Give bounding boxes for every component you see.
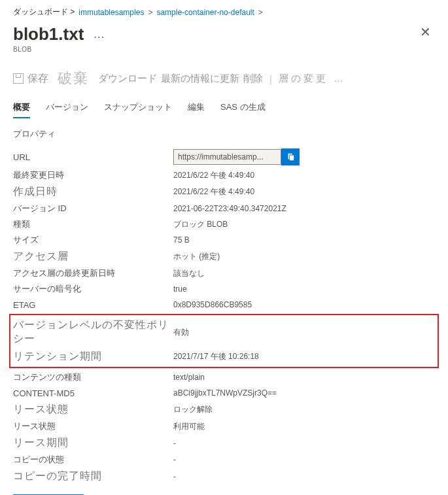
tab-snapshots[interactable]: スナップショット	[104, 97, 172, 118]
prop-md5-label: CONTENT-MD5	[13, 388, 173, 398]
copy-icon	[286, 152, 295, 162]
prop-last-modified-label: 最終変更日時	[13, 169, 173, 181]
tab-versions[interactable]: バージョン	[46, 97, 88, 118]
prop-lease-duration-label: リース期間	[13, 436, 173, 450]
prop-size-label: サイズ	[13, 234, 173, 246]
prop-lease-status-value: ロック解除	[173, 404, 213, 415]
prop-server-encrypted-value: true	[173, 284, 187, 294]
tab-edit[interactable]: 編集	[188, 97, 205, 118]
delete-button[interactable]: 削除	[243, 73, 263, 85]
prop-url: URL	[13, 146, 435, 167]
breadcrumb-sep-2: >	[258, 8, 263, 17]
prop-last-modified-value: 2021/6/22 午後 4:49:40	[173, 170, 254, 181]
prop-created-label: 作成日時	[13, 185, 173, 199]
change-tier-button[interactable]: 層の変更 …	[279, 73, 346, 85]
tab-generate-sas[interactable]: SAS の生成	[220, 97, 266, 118]
prop-access-tier-updated-value: 該当なし	[173, 268, 205, 279]
prop-lease-state-label: リース状態	[13, 420, 173, 432]
prop-retention-value: 2021/7/17 午後 10:26:18	[173, 351, 259, 362]
prop-lease-state-value: 利用可能	[173, 421, 205, 432]
tab-overview[interactable]: 概要	[13, 97, 30, 118]
prop-copy-status-label: コピーの状態	[13, 454, 173, 466]
properties-list: URL 最終変更日時2021/6/22 午後 4:49:40 作成日時2021/…	[13, 146, 435, 485]
prop-created-value: 2021/6/22 午後 4:49:40	[173, 186, 254, 197]
prop-copy-status-value: -	[173, 455, 176, 464]
breadcrumb-sep-1: >	[148, 8, 152, 17]
prop-type-label: 種類	[13, 218, 173, 230]
prop-content-type-value: text/plain	[173, 373, 205, 382]
prop-etag-value: 0x8D935D866CB9585	[173, 300, 252, 309]
prop-version-id-label: バージョン ID	[13, 203, 173, 214]
prop-copy-completion-value: -	[173, 472, 176, 481]
save-label: 保存	[27, 72, 48, 86]
page-title: blob1.txt	[13, 24, 84, 44]
prop-content-type-label: コンテンツの種類	[13, 371, 173, 383]
save-button[interactable]: 保存	[13, 72, 48, 86]
prop-retention-label: リテンション期間	[13, 350, 173, 364]
download-button[interactable]: ダウンロード	[98, 73, 157, 85]
refresh-button[interactable]: 最新の情報に更新	[161, 73, 239, 85]
close-button[interactable]: ✕	[416, 24, 435, 40]
discard-button[interactable]: 破棄	[58, 69, 89, 88]
tabs: 概要 バージョン スナップショット 編集 SAS の生成	[13, 97, 435, 119]
prop-access-tier-updated-label: アクセス層の最終更新日時	[13, 267, 173, 279]
breadcrumb-account[interactable]: immutablesamples	[78, 8, 144, 17]
breadcrumb-container[interactable]: sample-container-no-default	[156, 8, 254, 17]
prop-version-id-value: 2021-06-22T23:49:40.3472021Z	[173, 204, 286, 213]
copy-url-button[interactable]	[281, 148, 300, 165]
breadcrumb: ダッシュボード > immutablesamples > sample-cont…	[13, 7, 435, 18]
prop-lease-status-label: リース状態	[13, 403, 173, 417]
prop-access-tier-label: アクセス層	[13, 250, 173, 264]
more-menu-button[interactable]: …	[93, 27, 105, 41]
save-icon	[13, 73, 24, 84]
prop-url-label: URL	[13, 152, 173, 162]
prop-lease-duration-value: -	[173, 439, 176, 448]
prop-type-value: ブロック BLOB	[173, 219, 228, 230]
prop-access-tier-value: ホット (推定)	[173, 251, 220, 262]
page-subtitle: BLOB	[13, 46, 435, 53]
breadcrumb-root[interactable]: ダッシュボード >	[13, 7, 75, 18]
prop-copy-completion-label: コピーの完了時間	[13, 469, 173, 483]
prop-md5-value: aBCi9jjbxTL7NWpVZSjr3Q==	[173, 388, 277, 398]
prop-etag-label: ETAG	[13, 300, 173, 310]
prop-size-value: 75 B	[173, 235, 190, 245]
toolbar: 保存 破棄 ダウンロード 最新の情報に更新 削除 | 層の変更 …	[13, 65, 435, 97]
url-input[interactable]	[173, 149, 281, 165]
toolbar-divider: |	[269, 73, 272, 84]
immutability-highlight: バージョンレベルの不変性ポリシー有効 リテンション期間2021/7/17 午後 …	[9, 314, 439, 368]
prop-immutability-value: 有効	[173, 327, 189, 338]
prop-server-encrypted-label: サーバーの暗号化	[13, 283, 173, 295]
section-properties-label: プロパティ	[13, 128, 435, 140]
prop-immutability-label: バージョンレベルの不変性ポリシー	[13, 318, 173, 346]
